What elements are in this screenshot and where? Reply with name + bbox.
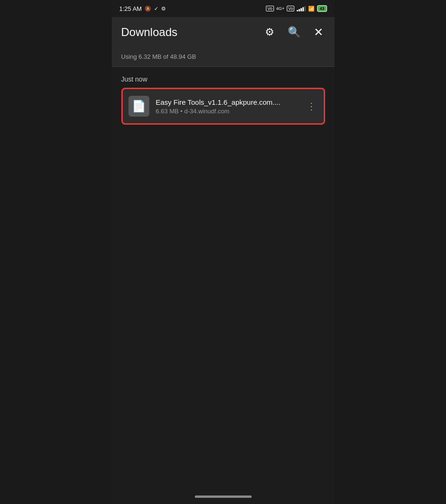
status-bar: 1:25 AM 🔕 ✓ ⚙ Vo 4G+ Vo 📶 43 — [112, 0, 335, 17]
section-header-just-now: Just now — [121, 67, 325, 88]
signal-bar-3 — [300, 8, 302, 11]
lte-icon: Vo — [287, 6, 295, 11]
app-bar-actions: ⚙ 🔍 ✕ — [263, 24, 325, 41]
volte-icon: Vo — [266, 6, 274, 11]
check-icon: ✓ — [154, 6, 158, 12]
file-name: Easy Fire Tools_v1.1.6_apkpure.com.... — [156, 98, 298, 106]
signal-bars — [297, 6, 306, 11]
file-meta: 6.63 MB • d-34.winudf.com — [156, 108, 298, 115]
app-bar: Downloads ⚙ 🔍 ✕ — [112, 17, 335, 47]
close-button[interactable]: ✕ — [312, 24, 325, 41]
signal-bar-2 — [299, 9, 300, 11]
signal-bar-5 — [304, 6, 306, 11]
status-right: Vo 4G+ Vo 📶 43 — [266, 5, 327, 12]
home-indicator[interactable] — [195, 495, 252, 498]
file-icon-container: 📄 — [128, 96, 149, 117]
storage-text: Using 6.32 MB of 48.94 GB — [121, 53, 196, 60]
content-area: Just now 📄 Easy Fire Tools_v1.1.6_apkpur… — [112, 67, 335, 489]
signal-bar-1 — [297, 10, 298, 11]
file-info: Easy Fire Tools_v1.1.6_apkpure.com.... 6… — [156, 98, 298, 115]
signal-bar-4 — [302, 7, 304, 11]
search-button[interactable]: 🔍 — [286, 24, 302, 40]
wifi-icon: 📶 — [308, 6, 315, 12]
more-options-button[interactable]: ⋮ — [305, 99, 318, 114]
settings-button[interactable]: ⚙ — [263, 24, 276, 40]
download-item[interactable]: 📄 Easy Fire Tools_v1.1.6_apkpure.com....… — [121, 88, 325, 125]
muted-icon: 🔕 — [145, 6, 151, 12]
storage-info-bar: Using 6.32 MB of 48.94 GB — [112, 47, 335, 67]
settings-status-icon: ⚙ — [161, 6, 166, 12]
file-icon: 📄 — [132, 100, 146, 113]
status-time: 1:25 AM — [119, 5, 142, 12]
4g-icon: 4G+ — [276, 6, 284, 11]
battery-badge: 43 — [317, 5, 327, 12]
status-left: 1:25 AM 🔕 ✓ ⚙ — [119, 5, 166, 12]
page-title: Downloads — [121, 26, 178, 39]
bottom-bar — [112, 489, 335, 504]
phone-frame: 1:25 AM 🔕 ✓ ⚙ Vo 4G+ Vo 📶 43 — [112, 0, 335, 504]
